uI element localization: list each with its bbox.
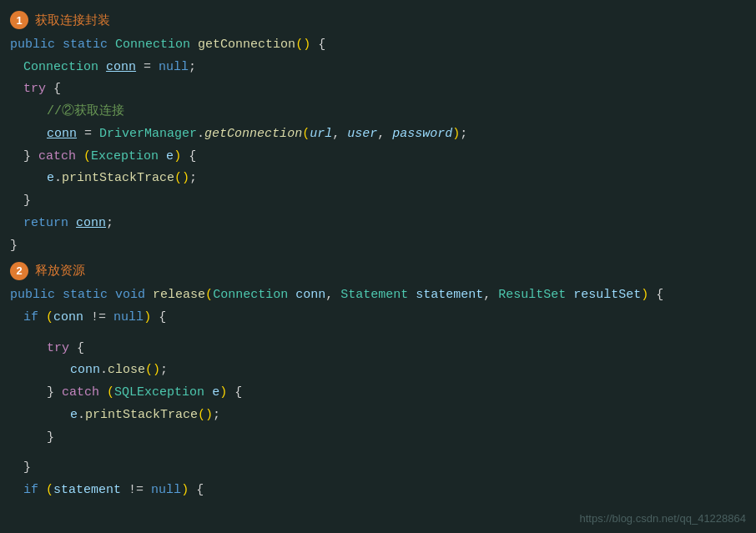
section-1-header: 1 获取连接封装 [0, 7, 756, 34]
code-line: conn = DriverManager.getConnection(url, … [0, 123, 756, 146]
section-2-title: 释放资源 [35, 260, 85, 281]
code-line [0, 329, 756, 338]
code-line: e.printStackTrace(); [0, 405, 756, 427]
code-line: e.printStackTrace(); [0, 168, 756, 190]
section-2-header: 2 释放资源 [0, 257, 756, 284]
code-line: } catch (Exception e) { [0, 146, 756, 168]
code-line: } catch (SQLException e) { [0, 382, 756, 405]
code-line: try { [0, 338, 756, 360]
code-line: } [0, 235, 756, 258]
code-line: public static Connection getConnection()… [0, 34, 756, 57]
code-line: } [0, 457, 756, 480]
badge-1: 1 [10, 11, 28, 29]
code-line: Connection conn = null; [0, 57, 756, 79]
watermark: https://blog.csdn.net/qq_41228864 [580, 512, 747, 525]
code-line [0, 449, 756, 457]
code-content: 1 获取连接封装 public static Connection getCon… [0, 0, 756, 509]
code-container: 1 获取连接封装 public static Connection getCon… [0, 0, 756, 533]
code-line: return conn; [0, 213, 756, 235]
section-1-title: 获取连接封装 [35, 10, 110, 31]
badge-2: 2 [10, 262, 28, 280]
code-line: conn.close(); [0, 360, 756, 382]
code-line: if (statement != null) { [0, 480, 756, 502]
code-line: if (conn != null) { [0, 307, 756, 329]
code-line: //②获取连接 [0, 101, 756, 123]
code-line: } [0, 427, 756, 450]
code-line: try { [0, 78, 756, 101]
code-line: } [0, 190, 756, 213]
code-line: public static void release(Connection co… [0, 284, 756, 307]
